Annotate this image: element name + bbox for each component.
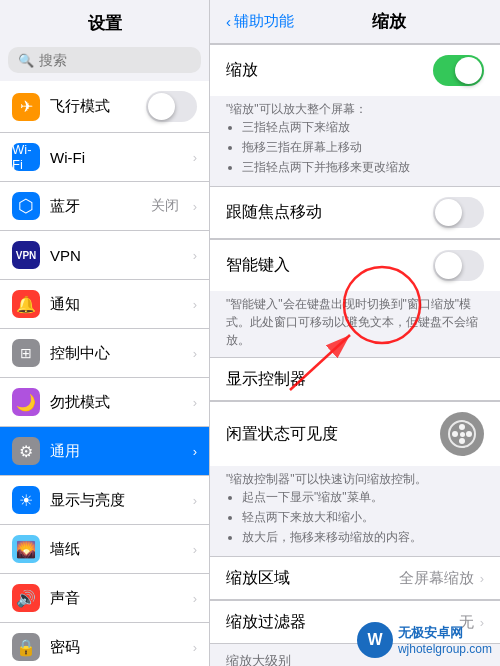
zoom-controller-icon xyxy=(440,412,484,456)
right-panel: ‹ 辅助功能 缩放 缩放 "缩放"可以放大整个屏幕： 三指轻点两下来缩放 拖移三… xyxy=(210,0,500,666)
sidebar-item-bluetooth[interactable]: ⬡ 蓝牙 关闭 › xyxy=(0,182,209,231)
sidebar-item-label: 通知 xyxy=(50,295,183,314)
show-controller-cell[interactable]: 显示控制器 xyxy=(210,357,500,401)
notification-icon: 🔔 xyxy=(12,290,40,318)
smart-keyboard-label: 智能键入 xyxy=(226,255,433,276)
sidebar-item-label: 声音 xyxy=(50,589,183,608)
wifi-icon: Wi-Fi xyxy=(12,143,40,171)
sidebar-item-label: 显示与亮度 xyxy=(50,491,183,510)
sidebar-item-sound[interactable]: 🔊 声音 › xyxy=(0,574,209,623)
right-header: ‹ 辅助功能 缩放 xyxy=(210,0,500,44)
follow-focus-toggle[interactable] xyxy=(433,197,484,228)
idle-visibility-section: 闲置状态可见度 "缩放控制器"可以快速访问缩放控制。 起点一下显示"缩放"菜单。… xyxy=(210,401,500,556)
sidebar-item-wallpaper[interactable]: 🌄 墙纸 › xyxy=(0,525,209,574)
sidebar-title: 设置 xyxy=(0,0,209,43)
chevron-icon: › xyxy=(193,248,197,263)
sidebar-item-label: 密码 xyxy=(50,638,183,657)
zoom-region-section: 缩放区域 全屏幕缩放 › xyxy=(210,556,500,600)
chevron-icon: › xyxy=(193,150,197,165)
password-icon: 🔒 xyxy=(12,633,40,661)
chevron-icon: › xyxy=(193,395,197,410)
dnd-icon: 🌙 xyxy=(12,388,40,416)
zoom-cell[interactable]: 缩放 xyxy=(210,44,500,96)
watermark-text: 无极安卓网 wjhotelgroup.com xyxy=(398,624,492,656)
sidebar-item-password[interactable]: 🔒 密码 › xyxy=(0,623,209,666)
zoom-dot-bottom xyxy=(459,438,465,444)
sidebar-item-control[interactable]: ⊞ 控制中心 › xyxy=(0,329,209,378)
search-bar[interactable]: 🔍 xyxy=(8,47,201,73)
sidebar-item-display[interactable]: ☀ 显示与亮度 › xyxy=(0,476,209,525)
vpn-icon: VPN xyxy=(12,241,40,269)
general-icon: ⚙ xyxy=(12,437,40,465)
smart-keyboard-toggle[interactable] xyxy=(433,250,484,281)
sound-icon: 🔊 xyxy=(12,584,40,612)
sidebar-item-vpn[interactable]: VPN VPN › xyxy=(0,231,209,280)
show-controller-label: 显示控制器 xyxy=(226,369,484,390)
chevron-icon: › xyxy=(193,591,197,606)
airplane-toggle[interactable] xyxy=(146,91,197,122)
zoom-region-label: 缩放区域 xyxy=(226,568,399,589)
chevron-icon: › xyxy=(193,493,197,508)
chevron-icon: › xyxy=(193,444,197,459)
follow-focus-cell[interactable]: 跟随焦点移动 xyxy=(210,186,500,239)
watermark-site: 无极安卓网 xyxy=(398,624,492,642)
chevron-icon: › xyxy=(193,640,197,655)
zoom-section: 缩放 "缩放"可以放大整个屏幕： 三指轻点两下来缩放 拖移三指在屏幕上移动 三指… xyxy=(210,44,500,186)
zoom-controller-inner xyxy=(448,420,476,448)
sidebar-item-label: 通用 xyxy=(50,442,183,461)
sidebar-item-general[interactable]: ⚙ 通用 › xyxy=(0,427,209,476)
sidebar-item-notification[interactable]: 🔔 通知 › xyxy=(0,280,209,329)
control-icon: ⊞ xyxy=(12,339,40,367)
watermark-logo: W xyxy=(357,622,393,658)
back-label: 辅助功能 xyxy=(234,12,294,31)
zoom-dot-center xyxy=(460,432,465,437)
zoom-region-value: 全屏幕缩放 xyxy=(399,569,474,588)
sidebar-item-label: 控制中心 xyxy=(50,344,183,363)
search-icon: 🔍 xyxy=(18,53,34,68)
airplane-icon: ✈ xyxy=(12,93,40,121)
zoom-note: "缩放"可以放大整个屏幕： 三指轻点两下来缩放 拖移三指在屏幕上移动 三指轻点两… xyxy=(210,96,500,186)
sidebar-item-dnd[interactable]: 🌙 勿扰模式 › xyxy=(0,378,209,427)
sidebar-item-label: 蓝牙 xyxy=(50,197,141,216)
zoom-dot-left xyxy=(452,431,458,437)
bluetooth-icon: ⬡ xyxy=(12,192,40,220)
sidebar-item-label: 墙纸 xyxy=(50,540,183,559)
sidebar-item-label: 飞行模式 xyxy=(50,97,136,116)
show-controller-section: 显示控制器 xyxy=(210,357,500,401)
idle-visibility-note: "缩放控制器"可以快速访问缩放控制。 起点一下显示"缩放"菜单。 轻点两下来放大… xyxy=(210,466,500,556)
chevron-icon: › xyxy=(193,199,197,214)
watermark-url: wjhotelgroup.com xyxy=(398,642,492,656)
back-button[interactable]: ‹ 辅助功能 xyxy=(226,12,294,31)
search-input[interactable] xyxy=(39,52,191,68)
bluetooth-value: 关闭 xyxy=(151,197,179,215)
chevron-icon: › xyxy=(193,297,197,312)
smart-keyboard-section: 智能键入 "智能键入"会在键盘出现时切换到"窗口缩放"模式。此处窗口可移动以避免… xyxy=(210,239,500,357)
sidebar-item-label: VPN xyxy=(50,247,183,264)
sidebar-item-airplane[interactable]: ✈ 飞行模式 xyxy=(0,81,209,133)
zoom-dot-right xyxy=(466,431,472,437)
back-chevron-icon: ‹ xyxy=(226,13,231,30)
smart-keyboard-cell[interactable]: 智能键入 xyxy=(210,239,500,291)
sidebar-item-label: 勿扰模式 xyxy=(50,393,183,412)
sidebar-item-label: Wi-Fi xyxy=(50,149,183,166)
follow-focus-label: 跟随焦点移动 xyxy=(226,202,433,223)
smart-keyboard-note: "智能键入"会在键盘出现时切换到"窗口缩放"模式。此处窗口可移动以避免文本，但键… xyxy=(210,291,500,357)
wallpaper-icon: 🌄 xyxy=(12,535,40,563)
sidebar-item-wifi[interactable]: Wi-Fi Wi-Fi › xyxy=(0,133,209,182)
watermark: W 无极安卓网 wjhotelgroup.com xyxy=(357,622,492,658)
right-title: 缩放 xyxy=(294,10,484,33)
zoom-toggle[interactable] xyxy=(433,55,484,86)
chevron-icon: › xyxy=(193,346,197,361)
idle-visibility-label: 闲置状态可见度 xyxy=(226,424,440,445)
display-icon: ☀ xyxy=(12,486,40,514)
follow-focus-section: 跟随焦点移动 xyxy=(210,186,500,239)
chevron-icon: › xyxy=(480,571,484,586)
idle-visibility-cell[interactable]: 闲置状态可见度 xyxy=(210,401,500,466)
sidebar: 设置 🔍 ✈ 飞行模式 Wi-Fi Wi-Fi › ⬡ 蓝牙 关闭 › VPN … xyxy=(0,0,210,666)
zoom-label: 缩放 xyxy=(226,60,433,81)
zoom-region-cell[interactable]: 缩放区域 全屏幕缩放 › xyxy=(210,556,500,600)
zoom-dot-top xyxy=(459,424,465,430)
chevron-icon: › xyxy=(193,542,197,557)
